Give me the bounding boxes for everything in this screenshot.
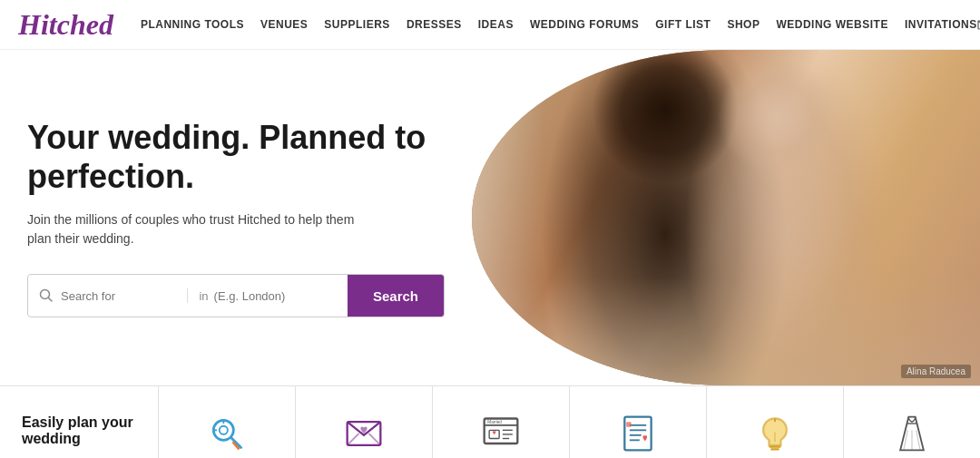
nav-venues[interactable]: VENUES <box>260 18 308 31</box>
hero-subtitle: Join the millions of couples who trust H… <box>27 210 363 248</box>
search-location-wrapper: in <box>188 289 347 303</box>
search-for-input[interactable] <box>61 289 170 303</box>
svg-rect-19 <box>624 417 651 451</box>
svg-rect-24 <box>626 422 632 427</box>
dresses-icon <box>890 412 934 455</box>
planning-tools-icon <box>616 412 660 455</box>
hero-section: Your wedding. Planned to perfection. Joi… <box>0 50 980 385</box>
svg-point-5 <box>220 426 228 434</box>
nav-wedding-forums[interactable]: WEDDING FORUMS <box>530 18 639 31</box>
wedding-website-icon: Married <box>479 412 523 455</box>
svg-line-10 <box>348 434 359 445</box>
search-button[interactable]: Search <box>348 274 444 317</box>
invitations-card[interactable]: Invitations <box>296 386 433 458</box>
nav-invitations[interactable]: INVITATIONS <box>905 18 977 31</box>
svg-text:Married: Married <box>487 420 502 424</box>
svg-line-2 <box>49 298 53 302</box>
search-magnifier-icon <box>39 288 54 303</box>
hero-title: Your wedding. Planned to perfection. <box>27 118 445 196</box>
plan-wedding-card[interactable]: Easily plan your wedding Get started › <box>0 386 159 458</box>
hero-content: Your wedding. Planned to perfection. Joi… <box>0 118 472 317</box>
envelope-icon <box>344 414 384 453</box>
ideas-icon <box>753 412 797 455</box>
hero-image: Alina Raducea <box>472 50 980 385</box>
header: Hitched PLANNING TOOLS VENUES SUPPLIERS … <box>0 0 980 50</box>
nav-planning-tools[interactable]: PLANNING TOOLS <box>141 18 244 31</box>
photo-credit: Alina Raducea <box>901 365 971 378</box>
search-venue-icon <box>207 414 247 453</box>
venues-card[interactable]: Wedding Venues <box>159 386 296 458</box>
svg-line-11 <box>369 434 381 445</box>
ideas-card[interactable]: Ideas <box>707 386 844 458</box>
website-icon: Married <box>481 414 521 453</box>
bottom-cards: Easily plan your wedding Get started › W… <box>0 385 980 458</box>
nav-shop[interactable]: SHOP <box>727 18 760 31</box>
bulb-icon <box>755 414 795 453</box>
search-bar: in Search <box>27 274 445 317</box>
venues-icon <box>205 412 249 455</box>
website-card[interactable]: Married Wedding Website <box>433 386 570 458</box>
dresses-card[interactable]: Dresses <box>844 386 980 458</box>
nav-gift-list[interactable]: GIFT LIST <box>655 18 710 31</box>
planning-tools-card[interactable]: Planning Tools <box>570 386 707 458</box>
logo[interactable]: Hitched <box>18 8 113 42</box>
plan-wedding-title: Easily plan your wedding <box>22 414 136 447</box>
nav-wedding-website[interactable]: WEDDING WEBSITE <box>776 18 888 31</box>
in-label: in <box>199 289 208 303</box>
hero-image-bg: Alina Raducea <box>472 50 980 385</box>
nav-ideas[interactable]: IDEAS <box>478 18 514 31</box>
main-nav: PLANNING TOOLS VENUES SUPPLIERS DRESSES … <box>141 18 977 31</box>
invitations-icon <box>342 412 386 455</box>
tools-icon <box>618 414 658 453</box>
search-for-wrapper <box>28 288 188 303</box>
search-location-input[interactable] <box>214 289 332 303</box>
nav-dresses[interactable]: DRESSES <box>407 18 462 31</box>
nav-suppliers[interactable]: SUPPLIERS <box>324 18 390 31</box>
dress-icon <box>892 414 932 453</box>
